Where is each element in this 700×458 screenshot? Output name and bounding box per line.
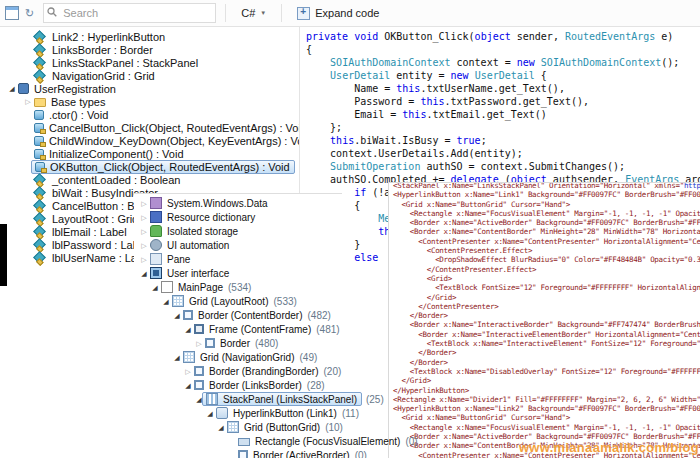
collapsed-expander-icon[interactable]: ▷ <box>138 200 150 207</box>
tree-item[interactable]: ▷System.Windows.Data <box>136 196 342 210</box>
element-count: (10) <box>325 422 343 433</box>
code-line-token: context = <box>451 57 517 68</box>
tree-item[interactable]: ◢Grid (ButtonGrid)(10) <box>136 420 342 434</box>
tree-item[interactable]: ◢MainPage(534) <box>136 280 342 294</box>
tree-item[interactable]: ◢Border (ContentBorder)(482) <box>136 308 342 322</box>
tree-item[interactable]: NavigationGrid : Grid <box>0 69 300 82</box>
code-line-token: sender, <box>511 31 565 42</box>
xaml-line-token: <HyperlinkButton x:Name="Link2" Backgrou… <box>393 404 700 413</box>
tree-item[interactable]: CancelButton_Click(Object, RoutedEventAr… <box>0 121 300 134</box>
search-input[interactable] <box>43 3 216 23</box>
tree-item[interactable]: ▷Isolated storage <box>136 224 342 238</box>
expanded-expander-icon[interactable]: ◢ <box>160 298 172 305</box>
collapsed-expander-icon[interactable]: ▷ <box>182 368 194 375</box>
expanded-expander-icon[interactable]: ◢ <box>6 85 18 92</box>
collapsed-expander-icon[interactable]: ▷ <box>22 98 34 105</box>
tree-item-label: Rectangle (FocusVisualElement) <box>254 436 401 447</box>
tree-item[interactable]: ◢Grid (NavigationGrid)(49) <box>136 350 342 364</box>
xaml-view[interactable]: <StackPanel x:Name="LinksStackPanel" Ori… <box>388 182 700 458</box>
collapsed-expander-icon[interactable]: ▷ <box>138 214 150 221</box>
tree-item[interactable]: ▷UI automation <box>136 238 342 252</box>
element-count: (533) <box>273 296 296 307</box>
tree-item[interactable]: LinksStackPanel : StackPanel <box>0 56 300 69</box>
chevron-down-icon: ▼ <box>260 10 266 16</box>
code-line-token: entity = <box>390 70 450 81</box>
xaml-line-token: <ContentPresenter.Effect> <box>393 246 532 255</box>
tree-item[interactable]: ◢Border (LinksBorder)(28) <box>136 378 342 392</box>
field-icon <box>33 69 46 82</box>
xaml-line: <Rectangle x:Name="Divider1" Fill="#FFFF… <box>393 395 700 404</box>
expanded-expander-icon[interactable]: ◢ <box>138 270 150 277</box>
code-line-token: new <box>517 57 535 68</box>
tree-item-label: UI automation <box>166 240 230 251</box>
code-line-token: { <box>535 70 547 81</box>
collapsed-expander-icon[interactable]: ▷ <box>193 340 205 347</box>
xaml-line-token: <Border x:Name="ActiveBorder" Background… <box>393 218 700 227</box>
expanded-expander-icon[interactable]: ◢ <box>182 326 194 333</box>
xaml-line-token: </Border> <box>393 358 448 367</box>
tree-item[interactable]: ▷Border(480) <box>136 336 342 350</box>
tree-item[interactable]: Rectangle (FocusVisualElement)(0) <box>136 434 342 448</box>
tree-item[interactable]: Link2 : HyperlinkButton <box>0 30 300 43</box>
element-count: (28) <box>307 380 325 391</box>
tree-item[interactable]: _contentLoaded : Boolean <box>0 173 300 186</box>
xaml-line: </Grid> <box>393 376 700 385</box>
tree-item[interactable]: ◢HyperlinkButton (Link1)(11) <box>136 406 342 420</box>
automation-icon <box>150 239 162 251</box>
tree-item[interactable]: OKButton_Click(Object, RoutedEventArgs) … <box>0 160 300 173</box>
language-selector[interactable]: C# ▼ <box>235 5 272 21</box>
xaml-line: </ContentPresenter> <box>393 302 700 311</box>
watermark: www.mianaamalik.com/blog <box>519 440 699 455</box>
expanded-expander-icon[interactable]: ◢ <box>182 382 194 389</box>
tree-item[interactable]: Border (ActiveBorder)(0) <box>136 448 342 458</box>
xaml-line-token: <Rectangle x:Name="FocusVisualElement" M… <box>393 423 700 432</box>
tree-item[interactable]: ChildWindow_KeyDown(Object, KeyEventArgs… <box>0 134 300 147</box>
tree-item-label: Frame (ContentFrame) <box>208 324 312 335</box>
tree-item-label: ChildWindow_KeyDown(Object, KeyEventArgs… <box>48 135 300 147</box>
code-line-token: .txtEmail.get_Text() <box>426 109 546 120</box>
xaml-line: <HyperlinkButton x:Name="Link1" Backgrou… <box>393 190 700 199</box>
tree-item[interactable]: ◢User interface <box>136 266 342 280</box>
button-icon <box>216 407 228 419</box>
tree-item-label: Resource dictionary <box>166 212 256 223</box>
collapsed-expander-icon[interactable]: ▷ <box>138 242 150 249</box>
expanded-expander-icon[interactable]: ◢ <box>215 424 227 431</box>
expanded-expander-icon[interactable]: ◢ <box>171 354 183 361</box>
expanded-expander-icon[interactable]: ◢ <box>149 284 161 291</box>
refresh-icon[interactable]: ↻ <box>25 8 34 19</box>
code-line-token: OKButton_Click( <box>378 31 474 42</box>
code-line-token: true <box>457 135 481 146</box>
tree-item[interactable]: ◢StackPanel (LinksStackPanel)(25) <box>136 392 342 406</box>
tree-item[interactable]: .ctor() : Void <box>0 108 300 121</box>
tree-item[interactable]: ▷Border (BrandingBorder)(20) <box>136 364 342 378</box>
collapsed-expander-icon[interactable]: ▷ <box>138 256 150 263</box>
border-icon <box>205 338 215 348</box>
code-line-token: SOIAuthDomainContext <box>330 57 450 68</box>
method-icon <box>34 149 44 159</box>
collapsed-expander-icon[interactable]: ▷ <box>138 228 150 235</box>
field-icon <box>33 186 46 199</box>
language-selector-value: C# <box>241 7 255 19</box>
expanded-expander-icon[interactable]: ◢ <box>204 410 216 417</box>
expanded-expander-icon[interactable]: ◢ <box>171 312 183 319</box>
element-count: (20) <box>324 366 342 377</box>
tree-item[interactable]: ▷Resource dictionary <box>136 210 342 224</box>
xaml-line: </HyperlinkButton> <box>393 386 700 395</box>
top-toolbar: ↻ C# ▼ Expand code <box>0 0 700 27</box>
xaml-line-token: </Border> <box>393 348 456 357</box>
tree-item[interactable]: LinksBorder : Border <box>0 43 300 56</box>
code-line: { <box>306 43 700 56</box>
tree-item[interactable]: ▷Pane <box>136 252 342 266</box>
tree-item[interactable]: ◢UserRegistration <box>0 82 300 95</box>
tree-item[interactable]: InitializeComponent() : Void <box>0 147 300 160</box>
element-count: (534) <box>228 282 251 293</box>
xaml-line-token: <Grid x:Name="ButtonGrid" Cursor="Hand"> <box>393 200 570 209</box>
element-count: (481) <box>316 324 339 335</box>
xaml-line: </Border> <box>393 348 700 357</box>
xaml-line: <Border x:Name="ActiveBorder" Background… <box>393 218 700 227</box>
tree-item[interactable]: ◢Frame (ContentFrame)(481) <box>136 322 342 336</box>
code-line-token: else <box>354 252 378 263</box>
tree-item[interactable]: ◢Grid (LayoutRoot)(533) <box>136 294 342 308</box>
tree-item[interactable]: ▷Base types <box>0 95 300 108</box>
expand-code-button[interactable]: Expand code <box>291 5 385 22</box>
